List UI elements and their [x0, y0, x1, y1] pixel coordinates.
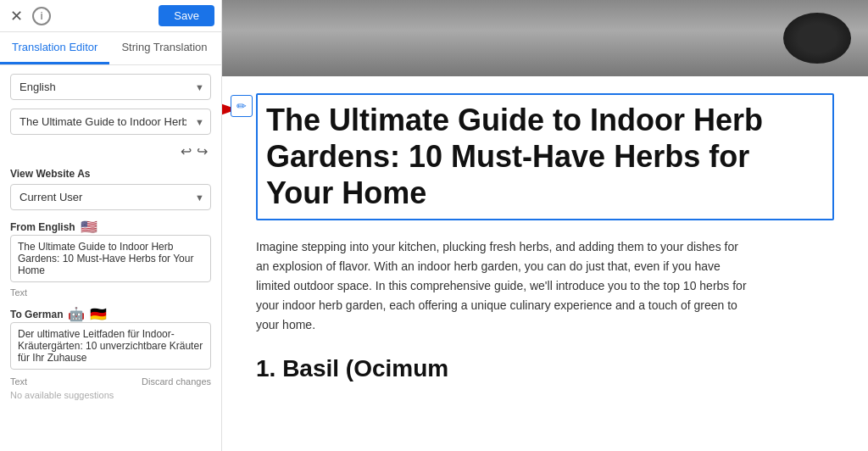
tab-string-translation[interactable]: String Translation [109, 32, 219, 64]
article-intro: Imagine stepping into your kitchen, pluc… [256, 237, 748, 335]
panel-body: English ▼ The Ultimate Guide to Indoor H… [0, 65, 221, 451]
from-section: From English 🇺🇸 Text [10, 219, 211, 298]
from-field-type: Text [10, 287, 211, 298]
to-field-type: Text [10, 376, 27, 387]
undo-button[interactable]: ↩ [181, 143, 192, 159]
to-flag-icon: 🇩🇪 [90, 306, 107, 322]
tab-translation-editor[interactable]: Translation Editor [0, 32, 109, 64]
edit-pencil-button[interactable]: ✏ [231, 95, 253, 117]
no-suggestions-label: No available suggestions [10, 390, 211, 400]
close-button[interactable]: ✕ [7, 7, 25, 25]
translation-panel: ✕ i Save Translation Editor String Trans… [0, 0, 222, 451]
article-content: ✏ The Ultimate Guide to Indoor Herb Gard… [222, 76, 868, 415]
title-section: ✏ The Ultimate Guide to Indoor Herb Gard… [256, 93, 834, 237]
top-bar: ✕ i Save [0, 0, 221, 32]
view-as-dropdown[interactable]: Current User [10, 184, 211, 210]
to-section: To German 🤖 🇩🇪 Text Discard changes No a… [10, 306, 211, 400]
page-dropdown[interactable]: The Ultimate Guide to Indoor Herb Garden… [10, 109, 211, 135]
discard-changes-link[interactable]: Discard changes [142, 376, 211, 387]
undo-redo-bar: ↩ ↪ [10, 143, 211, 159]
bowl-decoration [783, 13, 851, 64]
info-button[interactable]: i [32, 7, 51, 25]
hero-photo [222, 0, 868, 76]
view-website-as-label: View Website As [10, 168, 211, 180]
view-as-dropdown-wrapper: Current User ▼ [10, 184, 211, 210]
save-button[interactable]: Save [159, 5, 214, 26]
page-dropdown-wrapper: The Ultimate Guide to Indoor Herb Garden… [10, 109, 211, 135]
from-text-area[interactable] [10, 235, 211, 282]
hero-image [222, 0, 868, 76]
to-section-label: To German 🤖 🇩🇪 [10, 306, 107, 322]
from-flag-icon: 🇺🇸 [81, 219, 97, 235]
tabs-bar: Translation Editor String Translation [0, 32, 221, 65]
pencil-icon: ✏ [236, 99, 247, 113]
view-website-as-section: View Website As Current User ▼ [10, 168, 211, 210]
basil-heading: 1. Basil (Ocimum [256, 355, 834, 382]
redo-button[interactable]: ↪ [197, 143, 208, 159]
language-dropdown[interactable]: English [10, 74, 211, 100]
from-section-label: From English 🇺🇸 [10, 219, 211, 235]
edit-pencil-wrapper: ✏ [231, 95, 253, 117]
article-title: The Ultimate Guide to Indoor Herb Garden… [256, 93, 834, 220]
content-preview: ✏ The Ultimate Guide to Indoor Herb Gard… [222, 0, 868, 451]
language-dropdown-wrapper: English ▼ [10, 74, 211, 100]
to-text-area[interactable] [10, 322, 211, 370]
ai-translate-icon[interactable]: 🤖 [68, 306, 85, 322]
to-section-header: To German 🤖 🇩🇪 [10, 306, 211, 322]
